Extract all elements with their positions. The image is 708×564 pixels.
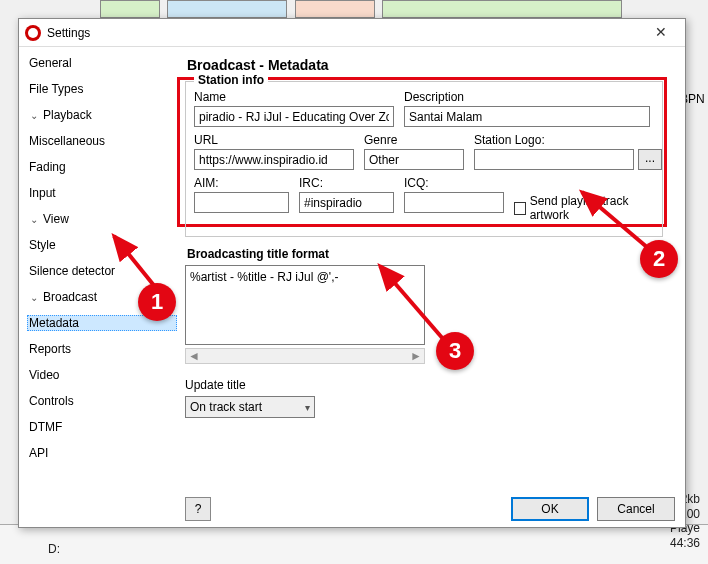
tree-silence[interactable]: Silence detector — [27, 263, 177, 279]
artwork-checkbox[interactable]: Send playing track artwork — [514, 194, 654, 222]
tree-fading[interactable]: Fading — [27, 159, 177, 175]
tree-misc[interactable]: Miscellaneous — [27, 133, 177, 149]
ok-button[interactable]: OK — [511, 497, 589, 521]
drive-letter: D: — [48, 542, 60, 556]
artwork-label: Send playing track artwork — [530, 194, 654, 222]
aim-label: AIM: — [194, 176, 289, 190]
tree-view[interactable]: ⌄View — [27, 211, 177, 227]
tree-input[interactable]: Input — [27, 185, 177, 201]
update-title-value: On track start — [190, 400, 262, 414]
tree-video[interactable]: Video — [27, 367, 177, 383]
logo-label: Station Logo: — [474, 133, 662, 147]
title-format-input[interactable]: %artist - %title - RJ iJul @',- — [185, 265, 425, 345]
title-format-legend: Broadcasting title format — [187, 247, 675, 261]
chevron-down-icon[interactable]: ⌄ — [29, 214, 39, 225]
genre-input[interactable] — [364, 149, 464, 170]
titlebar[interactable]: Settings ✕ — [19, 19, 685, 47]
desc-label: Description — [404, 90, 650, 104]
app-icon — [25, 25, 41, 41]
icq-label: ICQ: — [404, 176, 504, 190]
chevron-down-icon[interactable]: ⌄ — [29, 292, 39, 303]
logo-browse-button[interactable]: ... — [638, 149, 662, 170]
irc-label: IRC: — [299, 176, 394, 190]
update-title-select[interactable]: On track start ▾ — [185, 396, 315, 418]
chevron-left-icon[interactable]: ◄ — [188, 349, 200, 363]
tree-general[interactable]: General — [27, 55, 177, 71]
icq-input[interactable] — [404, 192, 504, 213]
chevron-down-icon[interactable]: ⌄ — [29, 110, 39, 121]
settings-tree[interactable]: General File Types ⌄Playback Miscellaneo… — [19, 47, 179, 527]
name-input[interactable] — [194, 106, 394, 127]
url-input[interactable] — [194, 149, 354, 170]
tree-playback[interactable]: ⌄Playback — [27, 107, 177, 123]
tree-style[interactable]: Style — [27, 237, 177, 253]
tree-reports[interactable]: Reports — [27, 341, 177, 357]
bg-stat: 44:36 — [667, 536, 700, 550]
checkbox-icon[interactable] — [514, 202, 526, 215]
scrollbar-horizontal[interactable]: ◄► — [185, 348, 425, 364]
station-info-group: Station info Name Description URL — [185, 81, 663, 237]
page-title: Broadcast - Metadata — [187, 57, 675, 73]
name-label: Name — [194, 90, 394, 104]
settings-dialog: Settings ✕ General File Types ⌄Playback … — [18, 18, 686, 528]
tree-metadata[interactable]: Metadata — [27, 315, 177, 331]
tree-broadcast[interactable]: ⌄Broadcast — [27, 289, 177, 305]
logo-input[interactable] — [474, 149, 634, 170]
irc-input[interactable] — [299, 192, 394, 213]
genre-label: Genre — [364, 133, 464, 147]
url-label: URL — [194, 133, 354, 147]
chevron-down-icon: ▾ — [305, 402, 310, 413]
window-title: Settings — [47, 26, 643, 40]
chevron-right-icon[interactable]: ► — [410, 349, 422, 363]
tree-api[interactable]: API — [27, 445, 177, 461]
tree-controls[interactable]: Controls — [27, 393, 177, 409]
desc-input[interactable] — [404, 106, 650, 127]
aim-input[interactable] — [194, 192, 289, 213]
help-button[interactable]: ? — [185, 497, 211, 521]
tree-dtmf[interactable]: DTMF — [27, 419, 177, 435]
close-button[interactable]: ✕ — [643, 22, 679, 44]
tree-filetypes[interactable]: File Types — [27, 81, 177, 97]
cancel-button[interactable]: Cancel — [597, 497, 675, 521]
update-title-label: Update title — [185, 378, 675, 392]
station-legend: Station info — [194, 73, 268, 87]
